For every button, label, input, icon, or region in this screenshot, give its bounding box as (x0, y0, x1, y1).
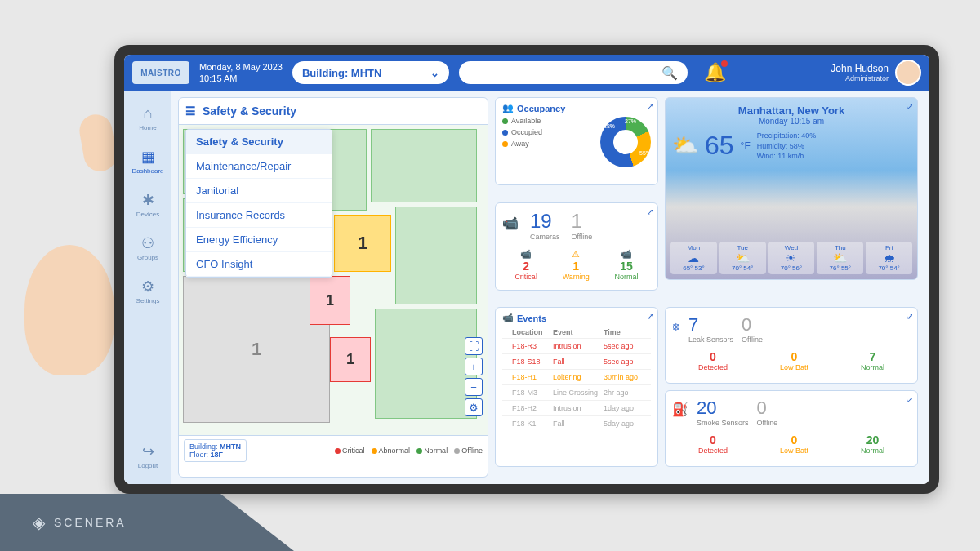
weather-temp: 65 (705, 131, 734, 161)
sidebar-item-label: Settings (136, 297, 160, 304)
sensor-stat: 0Low Batt (780, 350, 808, 371)
event-row[interactable]: F18-M3Line Crossing2hr ago (502, 384, 651, 400)
zoom-out-button[interactable]: − (465, 378, 483, 396)
people-icon: 👥 (502, 103, 514, 113)
user-menu[interactable]: John Hudson Administrator (831, 60, 921, 86)
logout-icon: ↪ (142, 442, 154, 460)
menu-item-cfo[interactable]: CFO Insight (186, 252, 332, 277)
sensor-stat: 0Detected (698, 433, 728, 455)
hand-illustration (16, 98, 122, 424)
floorplan-legend: Critical Abnormal Normal Offline (335, 447, 483, 455)
menu-item-maintenance[interactable]: Maintenance/Repair (186, 154, 332, 179)
floorplan-title: Safety & Security (203, 104, 296, 118)
expand-icon[interactable]: ⤢ (647, 312, 653, 321)
sidebar-item-dashboard[interactable]: ▦Dashboard (128, 143, 167, 180)
vendor-name: SCENERA (54, 516, 127, 529)
user-role: Administrator (831, 74, 889, 82)
screen: MAISTRO Monday, 8 May 2023 10:15 AM Buil… (124, 55, 929, 484)
forecast-day[interactable]: Thu⛅76° 55° (817, 242, 863, 274)
camera-icon: 📹 (502, 313, 514, 323)
sidebar-item-label: Devices (136, 211, 159, 218)
floorplan-menu: Safety & Security Maintenance/Repair Jan… (185, 129, 332, 278)
weather-card: ⤢ Manhattan, New York Monday 10:15 am ⛅ … (665, 97, 918, 280)
menu-icon: ☰ (185, 104, 196, 118)
camera-stat: ⚠1Warning (563, 249, 590, 281)
sensor-stat: 0Low Batt (780, 433, 808, 455)
leak-sensors-card: ⤢ ⎈ 7Leak Sensors 0Offline 0Detected0Low… (665, 307, 918, 384)
events-title: Events (517, 313, 546, 323)
notifications-button[interactable]: 🔔 (704, 62, 726, 83)
expand-icon[interactable]: ⤢ (906, 395, 913, 404)
weather-icon: ⛅ (672, 133, 698, 158)
occupancy-donut: 18% 27% 55% (600, 117, 651, 167)
room-critical-marker[interactable]: 1 (310, 276, 350, 325)
sidebar-item-settings[interactable]: ⚙Settings (128, 273, 167, 309)
sensor-stat: 20Normal (861, 433, 884, 455)
camera-stats: 📹2Critical⚠1Warning📹15Normal (502, 249, 651, 281)
occupancy-card: ⤢ 👥Occupancy Available Occupied Away 18%… (495, 97, 658, 185)
sidebar-item-logout[interactable]: ↪Logout (128, 438, 167, 474)
topbar: MAISTRO Monday, 8 May 2023 10:15 AM Buil… (124, 55, 929, 91)
weather-time: Monday 10:15 am (672, 117, 911, 126)
expand-icon[interactable]: ⤢ (906, 312, 913, 321)
expand-icon[interactable]: ⤢ (647, 102, 653, 111)
sensor-stat: 7Normal (861, 350, 884, 371)
sidebar: ⌂Home ▦Dashboard ✱Devices ⚇Groups ⚙Setti… (124, 91, 172, 484)
weather-details: Precipitation: 40% Humidity: 58% Wind: 1… (757, 131, 817, 162)
main-grid: ☰ Safety & Security Safety & Security Ma… (172, 91, 929, 484)
sidebar-item-groups[interactable]: ⚇Groups (128, 229, 167, 266)
camera-icon: 📹 (502, 216, 519, 231)
expand-icon[interactable]: ⤢ (906, 102, 913, 111)
body: ⌂Home ▦Dashboard ✱Devices ⚇Groups ⚙Setti… (124, 91, 929, 484)
floorplan-header[interactable]: ☰ Safety & Security (179, 98, 488, 125)
date-text: Monday, 8 May 2023 (199, 61, 283, 73)
room-offline-marker[interactable]: 1 (183, 276, 330, 423)
time-text: 10:15 AM (199, 73, 283, 84)
event-row[interactable]: F18-H1Loitering30min ago (502, 369, 651, 384)
building-selector-label: Building: MHTN (302, 67, 381, 79)
sidebar-item-home[interactable]: ⌂Home (128, 100, 167, 136)
user-name: John Hudson (831, 63, 889, 74)
avatar (895, 60, 921, 86)
vendor-badge: ◈ SCENERA (0, 494, 294, 551)
smoke-sensors-card: ⤢ ⛽ 20Smoke Sensors 0Offline 0Detected0L… (665, 390, 918, 467)
tablet-frame: MAISTRO Monday, 8 May 2023 10:15 AM Buil… (114, 45, 939, 494)
weather-location: Manhattan, New York (672, 104, 911, 117)
event-row[interactable]: F18-H2Intrusion1day ago (502, 400, 651, 415)
building-selector[interactable]: Building: MHTN ⌄ (292, 61, 449, 84)
sensors-column: ⤢ ⎈ 7Leak Sensors 0Offline 0Detected0Low… (665, 307, 918, 478)
room-abnormal-marker[interactable]: 1 (334, 215, 391, 272)
floorplan-footer: Building: MHTN Floor: 18F Critical Abnor… (179, 435, 488, 465)
event-row[interactable]: F18-K1Fall5day ago (502, 415, 651, 431)
menu-item-energy[interactable]: Energy Efficiency (186, 228, 332, 252)
zoom-in-button[interactable]: + (465, 358, 483, 375)
forecast-day[interactable]: Tue⛅70° 54° (719, 242, 766, 274)
menu-item-janitorial[interactable]: Janitorial (186, 179, 332, 203)
event-row[interactable]: F18-R3Intrusion5sec ago (502, 338, 651, 353)
sidebar-item-devices[interactable]: ✱Devices (128, 186, 167, 223)
menu-item-safety[interactable]: Safety & Security (186, 130, 332, 154)
cameras-offline: 1 (572, 210, 593, 233)
camera-stat: 📹2Critical (514, 249, 537, 281)
events-card: ⤢ 📹Events LocationEventTime F18-R3Intrus… (495, 307, 658, 467)
events-table: LocationEventTime F18-R3Intrusion5sec ag… (502, 327, 651, 431)
forecast-day[interactable]: Wed☀70° 56° (768, 242, 815, 274)
smoke-icon: ⛽ (672, 402, 688, 417)
event-row[interactable]: F18-S18Fall5sec ago (502, 353, 651, 369)
floorplan-card: ☰ Safety & Security Safety & Security Ma… (178, 97, 488, 478)
datetime: Monday, 8 May 2023 10:15 AM (199, 61, 283, 85)
events-header-row: LocationEventTime (502, 327, 651, 338)
room-critical-marker[interactable]: 1 (330, 337, 371, 382)
fullscreen-button[interactable]: ⛶ (465, 337, 483, 355)
menu-item-insurance[interactable]: Insurance Records (186, 203, 332, 228)
leak-icon: ⎈ (672, 319, 680, 334)
sidebar-item-label: Dashboard (131, 167, 163, 175)
forecast-day[interactable]: Fri🌧70° 54° (866, 242, 912, 274)
search-input[interactable]: 🔍 (459, 61, 688, 84)
expand-icon[interactable]: ⤢ (647, 207, 653, 216)
home-icon: ⌂ (144, 105, 153, 122)
map-settings-button[interactable]: ⚙ (465, 398, 483, 416)
forecast-day[interactable]: Mon☁65° 53° (670, 242, 717, 274)
brand-logo: MAISTRO (132, 61, 189, 84)
cameras-card: ⤢ 📹 19Cameras 1Offline 📹2Critical⚠1Warni… (495, 202, 658, 291)
